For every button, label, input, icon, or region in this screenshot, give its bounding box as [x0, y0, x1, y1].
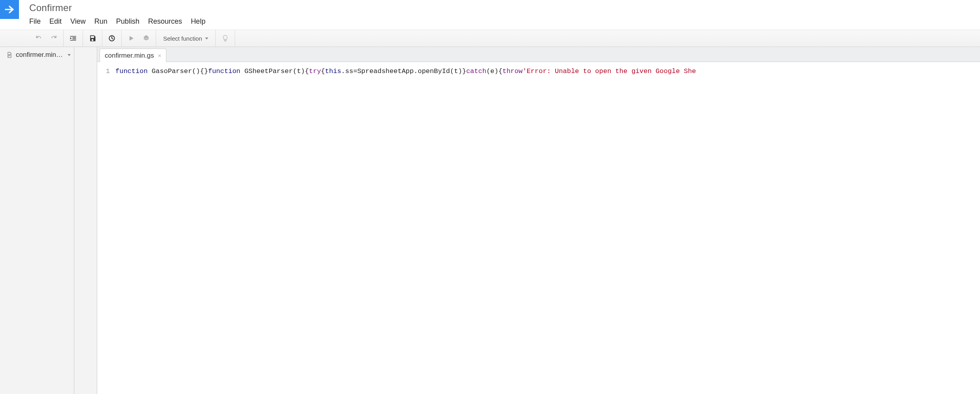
- menu-run[interactable]: Run: [94, 17, 107, 26]
- close-icon[interactable]: ×: [158, 53, 161, 59]
- code-token: e: [490, 68, 494, 75]
- code-token: GSheetParser: [245, 68, 293, 75]
- code-token: {: [321, 68, 325, 75]
- code-token: GasoParser: [152, 68, 192, 75]
- code-token: t: [454, 68, 458, 75]
- script-file-icon: [6, 51, 13, 58]
- toolbar-run-group: [122, 30, 156, 47]
- triggers-button[interactable]: [106, 32, 118, 44]
- indent-icon: [69, 34, 77, 42]
- tab-bar: confirmer.min.gs ×: [97, 47, 980, 62]
- code-area[interactable]: 1 function GasoParser(){}function GSheet…: [97, 62, 980, 394]
- save-button[interactable]: [86, 32, 99, 44]
- file-name-label: confirmer.min…: [16, 51, 64, 59]
- menu-edit[interactable]: Edit: [49, 17, 62, 26]
- header: Confirmer File Edit View Run Publish Res…: [0, 0, 980, 30]
- toolbar-save-group: [83, 30, 102, 47]
- code-token: )}: [458, 68, 466, 75]
- redo-icon: [50, 34, 58, 42]
- menu-file[interactable]: File: [29, 17, 41, 26]
- gutter-strip: [74, 47, 97, 394]
- editor: confirmer.min.gs × 1 function GasoParser…: [97, 47, 980, 394]
- menu-view[interactable]: View: [70, 17, 86, 26]
- main: confirmer.min… confirmer.min.gs × 1 func…: [0, 47, 980, 394]
- undo-icon: [35, 34, 43, 42]
- code-token: catch: [466, 68, 486, 75]
- code-token: throw: [502, 68, 522, 75]
- toolbar-help-group: [216, 30, 235, 47]
- menu-publish[interactable]: Publish: [116, 17, 139, 26]
- lightbulb-icon: [221, 34, 229, 42]
- line-numbers: 1: [97, 62, 113, 394]
- code-token: function: [208, 68, 241, 75]
- code-token: ){: [301, 68, 309, 75]
- toolbar-select-function-group: Select function: [156, 30, 216, 47]
- indent-button[interactable]: [67, 32, 79, 44]
- code-token: .ss=SpreadsheetApp.openById(: [341, 68, 454, 75]
- code-token: (: [293, 68, 297, 75]
- debug-button[interactable]: [140, 32, 153, 44]
- redo-button[interactable]: [47, 32, 60, 44]
- menubar: File Edit View Run Publish Resources Hel…: [29, 17, 205, 26]
- tab-label: confirmer.min.gs: [105, 52, 154, 60]
- toolbar: Select function: [0, 30, 980, 47]
- code-token: try: [309, 68, 321, 75]
- menu-resources[interactable]: Resources: [148, 17, 182, 26]
- bug-icon: [142, 34, 150, 42]
- select-function-label: Select function: [163, 35, 202, 42]
- code-token: (){}: [192, 68, 208, 75]
- file-sidebar: confirmer.min…: [0, 47, 74, 394]
- app-logo[interactable]: [0, 0, 19, 19]
- play-icon: [127, 34, 135, 42]
- clock-icon: [108, 34, 116, 42]
- menu-help[interactable]: Help: [191, 17, 205, 26]
- code-line[interactable]: function GasoParser(){}function GSheetPa…: [113, 62, 980, 394]
- code-token: [240, 68, 244, 75]
- code-token: (: [486, 68, 490, 75]
- editor-tab[interactable]: confirmer.min.gs ×: [100, 49, 166, 62]
- line-number: 1: [97, 67, 110, 76]
- file-item[interactable]: confirmer.min…: [0, 47, 74, 63]
- arrow-right-icon: [3, 3, 16, 16]
- save-icon: [89, 34, 96, 42]
- toolbar-indent-group: [64, 30, 83, 47]
- code-token: function: [115, 68, 148, 75]
- select-function-dropdown[interactable]: Select function: [159, 35, 212, 42]
- code-token: t: [297, 68, 301, 75]
- code-token: [148, 68, 152, 75]
- toolbar-history-group: [29, 30, 64, 47]
- lightbulb-button[interactable]: [219, 32, 232, 44]
- undo-button[interactable]: [32, 32, 45, 44]
- toolbar-triggers-group: [102, 30, 122, 47]
- caret-down-icon[interactable]: [68, 54, 71, 56]
- code-token: 'Error: Unable to open the given Google …: [522, 68, 696, 75]
- run-button[interactable]: [125, 32, 138, 44]
- code-token: this: [325, 68, 341, 75]
- code-token: ){: [494, 68, 502, 75]
- caret-down-icon: [205, 38, 208, 39]
- project-title[interactable]: Confirmer: [29, 2, 72, 13]
